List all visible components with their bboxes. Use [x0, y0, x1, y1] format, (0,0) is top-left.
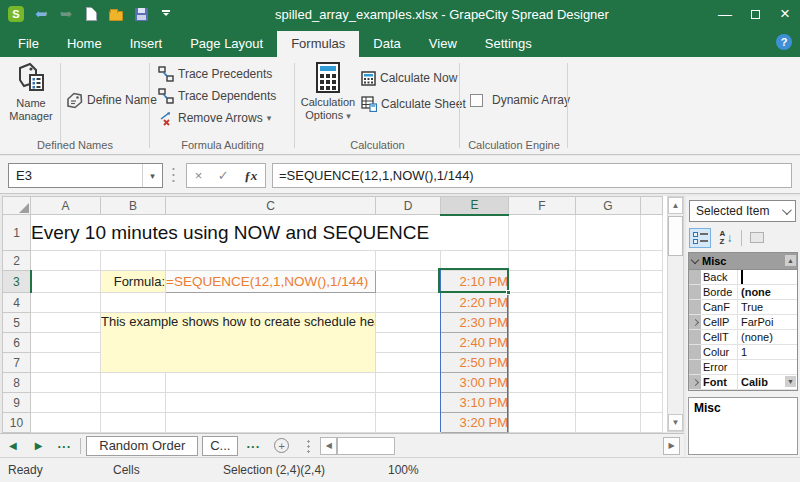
cell[interactable]	[166, 413, 376, 433]
tab-home[interactable]: Home	[53, 31, 116, 57]
col-header-d[interactable]: D	[376, 197, 441, 215]
row-header-1[interactable]: 1	[3, 215, 31, 251]
cell[interactable]	[576, 353, 641, 373]
cell[interactable]	[376, 251, 441, 271]
redo-button[interactable]: ➥	[58, 6, 74, 22]
trace-precedents-button[interactable]: Trace Precedents	[158, 63, 276, 85]
row-header-6[interactable]: 6	[3, 333, 31, 353]
cell[interactable]	[641, 215, 663, 251]
cell[interactable]	[509, 251, 576, 271]
cell-formula-label[interactable]: Formula:	[101, 271, 166, 293]
scroll-down-button[interactable]: ▼	[668, 414, 683, 431]
cell[interactable]	[509, 413, 576, 433]
cell[interactable]	[509, 373, 576, 393]
cancel-entry-button[interactable]: ×	[195, 168, 203, 183]
cell[interactable]	[576, 251, 641, 271]
cell[interactable]	[641, 271, 663, 293]
calculate-sheet-button[interactable]: Calculate Sheet	[361, 91, 466, 117]
cell[interactable]	[576, 393, 641, 413]
cell[interactable]	[641, 413, 663, 433]
cell[interactable]	[31, 271, 101, 293]
cell[interactable]	[641, 251, 663, 271]
vertical-scrollbar[interactable]: ▲ ▼	[667, 196, 684, 432]
help-button[interactable]: ?	[776, 34, 792, 50]
cell[interactable]	[376, 293, 441, 313]
row-header-2[interactable]: 2	[3, 251, 31, 271]
cell[interactable]	[101, 373, 166, 393]
cell-time-7[interactable]: 3:10 PM	[441, 393, 509, 413]
scroll-up-button[interactable]: ▲	[668, 197, 683, 214]
insert-function-button[interactable]: ƒx	[244, 168, 257, 184]
cell[interactable]	[31, 353, 101, 373]
prev-sheet-button[interactable]: ◀	[0, 440, 26, 451]
tab-insert[interactable]: Insert	[116, 31, 177, 57]
cell[interactable]	[641, 313, 663, 333]
scroll-right-button[interactable]: ▶	[663, 437, 680, 455]
cell[interactable]	[641, 333, 663, 353]
row-header-7[interactable]: 7	[3, 353, 31, 373]
row-header-9[interactable]: 9	[3, 393, 31, 413]
sheet-tab-next[interactable]: C...	[202, 436, 238, 456]
cell[interactable]	[376, 373, 441, 393]
cell-time-4[interactable]: 2:40 PM	[441, 333, 509, 353]
cell[interactable]	[376, 353, 441, 373]
row-header-8[interactable]: 8	[3, 373, 31, 393]
name-box-dropdown[interactable]: ▾	[142, 164, 162, 187]
cell[interactable]	[509, 313, 576, 333]
cell[interactable]	[31, 413, 101, 433]
property-row-canf[interactable]: CanF True	[689, 300, 797, 315]
property-row-back[interactable]: Back	[689, 270, 797, 285]
sheet-tab-random-order[interactable]: Random Order	[86, 436, 198, 456]
cell[interactable]	[576, 333, 641, 353]
cell[interactable]	[376, 271, 441, 293]
property-row-cellt[interactable]: CellT (none)	[689, 330, 797, 345]
calculate-now-button[interactable]: Calculate Now	[361, 65, 466, 91]
cell[interactable]	[576, 271, 641, 293]
cell[interactable]	[641, 293, 663, 313]
col-header-f[interactable]: F	[509, 197, 576, 215]
cell-time-2[interactable]: 2:20 PM	[441, 293, 509, 313]
tab-formulas[interactable]: Formulas	[277, 31, 359, 57]
formula-bar-grip[interactable]	[172, 166, 175, 184]
new-file-button[interactable]	[83, 6, 99, 22]
cell[interactable]	[376, 393, 441, 413]
cell[interactable]	[376, 333, 441, 353]
tab-file[interactable]: File	[4, 31, 53, 57]
col-header-b[interactable]: B	[101, 197, 166, 215]
property-row-error[interactable]: Error	[689, 360, 797, 375]
save-button[interactable]	[133, 6, 149, 22]
cell-title[interactable]: Every 10 minutes using NOW and SEQUENCE	[31, 215, 509, 251]
row-header-5[interactable]: 5	[3, 313, 31, 333]
trace-dependents-button[interactable]: Trace Dependents	[158, 85, 276, 107]
maximize-button[interactable]	[740, 0, 770, 28]
col-header-e-selected[interactable]: E	[441, 197, 509, 215]
cell[interactable]	[641, 393, 663, 413]
horizontal-scroll-thumb[interactable]	[337, 437, 395, 455]
name-box[interactable]: E3 ▾	[8, 163, 163, 188]
cell[interactable]	[641, 353, 663, 373]
cell[interactable]	[376, 313, 441, 333]
scroll-left-button[interactable]: ◀	[320, 437, 337, 455]
confirm-entry-button[interactable]: ✓	[218, 168, 229, 183]
cell[interactable]	[101, 293, 166, 313]
name-manager-button[interactable]: Name Manager	[5, 62, 57, 123]
row-header-3-selected[interactable]: 3	[3, 271, 31, 293]
cell[interactable]	[576, 373, 641, 393]
undo-button[interactable]: ➥	[33, 6, 49, 22]
cell-note[interactable]: This example shows how to create schedul…	[101, 313, 376, 373]
property-row-cellp[interactable]: CellP FarPoi	[689, 315, 797, 330]
qat-customize-button[interactable]	[158, 6, 174, 22]
cell-time-3[interactable]: 2:30 PM	[441, 313, 509, 333]
cell[interactable]	[101, 413, 166, 433]
cell[interactable]	[31, 393, 101, 413]
cell[interactable]	[509, 215, 576, 251]
property-row-border[interactable]: Borde (none	[689, 285, 797, 300]
cell[interactable]	[31, 333, 101, 353]
vertical-scroll-thumb[interactable]	[668, 216, 683, 256]
cell[interactable]	[31, 313, 101, 333]
col-header-a[interactable]: A	[31, 197, 101, 215]
cell-time-5[interactable]: 2:50 PM	[441, 353, 509, 373]
cell[interactable]	[376, 413, 441, 433]
cell[interactable]	[509, 353, 576, 373]
tab-data[interactable]: Data	[359, 31, 414, 57]
